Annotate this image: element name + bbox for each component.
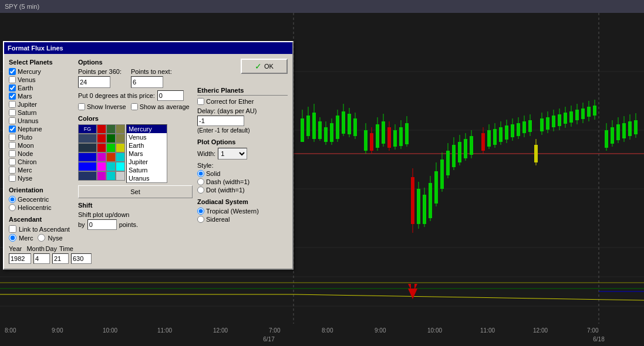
planet-saturn-checkbox[interactable] (9, 109, 16, 116)
points-per-360-input[interactable] (78, 76, 110, 88)
color-swatch-green2[interactable] (106, 143, 116, 152)
heliocentric-label: Heliocentric (18, 204, 51, 211)
style-dash-label: Dash (width=1) (206, 178, 249, 185)
link-to-ascendant-checkbox[interactable] (9, 225, 16, 233)
color-swatch-navy2[interactable] (78, 171, 97, 181)
color-swatch-red1[interactable] (97, 124, 106, 134)
fg-swatch[interactable]: FG (78, 124, 97, 134)
color-swatch-red2[interactable] (97, 134, 106, 143)
colors-planet-list[interactable]: Mercury Venus Earth Mars Jupiter Saturn … (126, 124, 167, 183)
planet-moon-checkbox[interactable] (9, 142, 16, 149)
shift-value-input[interactable] (87, 219, 117, 230)
ok-checkmark-icon: ✓ (255, 62, 262, 71)
color-swatch-blue1[interactable] (78, 152, 97, 162)
colors-list-mercury[interactable]: Mercury (127, 125, 167, 133)
planet-saturn-label: Saturn (18, 109, 36, 116)
planet-nyse-row: Nyse (9, 175, 73, 182)
orientation-label: Orientation (9, 186, 73, 194)
colors-list-earth[interactable]: Earth (127, 141, 167, 150)
color-swatch-ltcyan1[interactable] (116, 162, 125, 171)
show-inverse-checkbox[interactable] (78, 103, 85, 110)
planet-nyse-checkbox[interactable] (9, 175, 16, 182)
day-input[interactable] (52, 253, 69, 264)
color-swatch-yellow1[interactable] (116, 143, 125, 152)
colors-list-neptune[interactable]: Neptune (127, 182, 167, 183)
colors-list-venus[interactable]: Venus (127, 133, 167, 141)
planet-chiron-label: Chiron (18, 158, 36, 165)
color-swatch-dkblue1[interactable] (78, 143, 97, 152)
ascendant-merc-radio[interactable] (9, 234, 16, 242)
color-swatch-purple1[interactable] (97, 152, 106, 162)
planet-venus-checkbox[interactable] (9, 76, 16, 83)
planet-earth-checkbox[interactable] (9, 84, 16, 91)
planet-chiron-checkbox[interactable] (9, 158, 16, 165)
put-degrees-input[interactable] (157, 90, 184, 101)
ascendant-nyse-radio[interactable] (38, 234, 45, 242)
show-inverse-label: Show Inverse (87, 103, 126, 110)
planet-pluto-label: Pluto (18, 134, 32, 141)
colors-list-jupiter[interactable]: Jupiter (127, 158, 167, 166)
color-swatch-cyan1[interactable] (116, 152, 125, 162)
planet-neptune-label: Neptune (18, 125, 42, 133)
tropical-label: Tropical (Western) (206, 208, 259, 215)
sidereal-radio[interactable] (197, 216, 204, 223)
style-solid-radio[interactable] (197, 170, 204, 177)
planet-mercury-checkbox[interactable] (9, 68, 16, 75)
planet-neptune-checkbox[interactable] (9, 125, 16, 133)
width-select[interactable]: 1 2 3 (218, 148, 247, 160)
color-swatch-olive2[interactable] (116, 134, 125, 143)
geocentric-label: Geocentric (18, 196, 49, 203)
delay-label: Delay: (days per AU) (197, 107, 288, 114)
color-swatch-olive1[interactable] (116, 124, 125, 134)
planet-venus-label: Venus (18, 76, 36, 83)
planet-node-checkbox[interactable] (9, 150, 16, 157)
style-solid-label: Solid (206, 170, 220, 177)
colors-list-mars[interactable]: Mars (127, 150, 167, 158)
planet-uranus-checkbox[interactable] (9, 117, 16, 124)
style-dash-radio[interactable] (197, 178, 204, 185)
sidereal-row: Sidereal (197, 216, 288, 223)
tropical-radio[interactable] (197, 208, 204, 215)
month-input[interactable] (33, 253, 50, 264)
geocentric-row: Geocentric (9, 196, 73, 203)
color-swatch-navy1[interactable] (78, 134, 97, 143)
planet-uranus-row: Uranus (9, 117, 73, 124)
day-label: Day (45, 245, 57, 252)
svg-text:8:00: 8:00 (322, 327, 333, 334)
zodiacal-label: Zodiacal System (197, 198, 288, 205)
planet-pluto-checkbox[interactable] (9, 134, 16, 141)
heliocentric-row: Heliocentric (9, 204, 73, 211)
planet-jupiter-checkbox[interactable] (9, 101, 16, 108)
geocentric-radio[interactable] (9, 196, 16, 203)
year-input[interactable] (9, 253, 31, 264)
points-per-360-label: Points per 360: (78, 68, 122, 75)
color-swatch-red3[interactable] (97, 143, 106, 152)
correct-for-ether-checkbox[interactable] (197, 98, 204, 105)
points-to-next-input[interactable] (131, 76, 163, 88)
style-dot-radio[interactable] (197, 186, 204, 194)
color-swatch-cyan3[interactable] (106, 171, 116, 181)
planet-mars-label: Mars (18, 93, 32, 100)
style-dot-row: Dot (width=1) (197, 186, 288, 194)
color-swatch-cyan2[interactable] (106, 162, 116, 171)
color-swatch-orange1[interactable] (106, 152, 116, 162)
planet-nyse-label: Nyse (18, 175, 32, 182)
color-swatch-green1[interactable] (106, 124, 116, 134)
colors-list-saturn[interactable]: Saturn (127, 166, 167, 174)
color-swatch-magenta1[interactable] (97, 162, 106, 171)
color-swatch-dkgreen1[interactable] (106, 134, 116, 143)
svg-text:7:00: 7:00 (587, 327, 599, 334)
ok-button[interactable]: ✓ OK (241, 59, 288, 74)
color-swatch-purple2[interactable] (97, 171, 106, 181)
planet-merc-checkbox[interactable] (9, 167, 16, 174)
show-as-average-checkbox[interactable] (131, 103, 138, 110)
set-button[interactable]: Set (78, 185, 193, 198)
delay-input[interactable] (197, 116, 244, 126)
svg-text:12:00: 12:00 (533, 327, 548, 334)
heliocentric-radio[interactable] (9, 204, 16, 211)
color-swatch-blue2[interactable] (78, 162, 97, 171)
planet-mars-checkbox[interactable] (9, 93, 16, 100)
colors-list-uranus[interactable]: Uranus (127, 174, 167, 182)
style-label: Style: (197, 162, 288, 169)
color-swatch-gray1[interactable] (116, 171, 125, 181)
